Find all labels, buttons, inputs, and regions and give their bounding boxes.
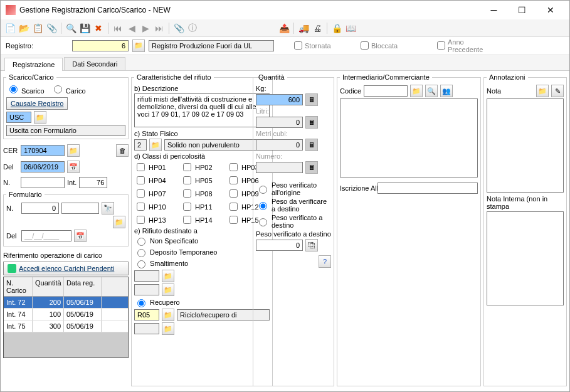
maximize-button[interactable]: ☐: [508, 1, 536, 19]
cer-input[interactable]: [21, 145, 65, 156]
print-icon[interactable]: 🖨: [312, 23, 323, 34]
recupero-radio[interactable]: Recupero: [134, 297, 270, 307]
hp10-check[interactable]: HP10: [134, 201, 177, 213]
formulario-del-input[interactable]: [21, 230, 71, 241]
next-icon[interactable]: ▶: [140, 23, 151, 34]
lock-icon[interactable]: 🔒: [331, 23, 342, 34]
search-icon[interactable]: 🔍: [65, 23, 77, 34]
formulario-n-input[interactable]: [21, 203, 59, 214]
peso-verificato-destino-radio[interactable]: Peso verificato a destino: [256, 214, 331, 229]
stato-lookup-icon[interactable]: 📁: [149, 139, 162, 151]
waste-icon[interactable]: 🗑: [116, 144, 129, 157]
causale-lookup-icon[interactable]: 📁: [34, 111, 46, 124]
smaltimento-radio[interactable]: Smaltimento: [134, 258, 270, 268]
non-specificato-radio[interactable]: Non Specificato: [134, 236, 270, 246]
first-icon[interactable]: ⏮: [112, 23, 124, 34]
recupero-code-input[interactable]: [134, 309, 159, 320]
hp04-check[interactable]: HP04: [134, 174, 177, 186]
hp05-check[interactable]: HP05: [181, 174, 223, 186]
hp08-check[interactable]: HP08: [181, 188, 223, 199]
n-input[interactable]: [21, 177, 65, 188]
causale-registro-button[interactable]: Causale Registro: [6, 97, 68, 110]
hp11-check[interactable]: HP11: [181, 201, 223, 213]
smaltimento-lookup2-icon[interactable]: 📁: [162, 283, 174, 296]
hp13-check[interactable]: HP13: [134, 214, 177, 226]
hp07-check[interactable]: HP07: [134, 188, 177, 199]
table-row[interactable]: Int. 75 300 05/06/19: [4, 320, 128, 332]
copy-icon[interactable]: 📋: [32, 23, 43, 34]
grid-header-quantita: Quantità: [33, 277, 64, 296]
export-icon[interactable]: 📤: [278, 23, 290, 34]
save-icon[interactable]: 💾: [79, 23, 90, 34]
prev-icon[interactable]: ◀: [126, 23, 137, 34]
intermediario-textarea[interactable]: [340, 98, 478, 177]
del-input[interactable]: [21, 161, 65, 172]
binocular-icon[interactable]: 🔭: [102, 202, 114, 215]
nota-interna-textarea[interactable]: [487, 211, 564, 305]
causale-code-input[interactable]: [6, 112, 31, 123]
recupero-lookup2-icon[interactable]: 📁: [162, 322, 174, 335]
mc-calc-icon[interactable]: 🖩: [305, 139, 318, 151]
formulario-n2-input[interactable]: [61, 203, 99, 214]
accedi-carichi-button[interactable]: Accedi elenco Carichi Pendenti: [3, 262, 129, 275]
table-row[interactable]: Int. 72 200 05/06/19: [4, 297, 128, 309]
caratteristiche-fieldset: Caratteristiche del rifiuto b) Descrizio…: [131, 73, 273, 386]
delete-icon[interactable]: ✖: [93, 23, 104, 34]
registro-numero-input[interactable]: [72, 40, 129, 51]
book-icon[interactable]: 📖: [345, 23, 356, 34]
bloccata-check[interactable]: Bloccata: [361, 41, 423, 50]
close-button[interactable]: ✕: [536, 1, 564, 19]
deposito-radio[interactable]: Deposito Temporaneo: [134, 247, 270, 257]
new-icon[interactable]: 📄: [4, 23, 16, 34]
codice-input[interactable]: [364, 85, 408, 97]
hp-grid: HP01 HP02 HP03 HP04 HP05 HP06 HP07 HP08 …: [134, 161, 270, 226]
tab-registrazione[interactable]: Registrazione: [4, 58, 63, 71]
descrizione-textarea[interactable]: rifiuti misti dell'attività di costruzio…: [134, 93, 270, 127]
attach-icon[interactable]: 📎: [173, 23, 184, 34]
table-row[interactable]: Int. 74 100 05/06/19: [4, 309, 128, 320]
tab-dati-secondari[interactable]: Dati Secondari: [64, 57, 125, 70]
codice-lookup-icon[interactable]: 📁: [410, 85, 423, 97]
iscrizione-input[interactable]: [377, 183, 478, 194]
nota-edit-icon[interactable]: ✎: [551, 85, 564, 97]
peso-verificato-input[interactable]: [256, 240, 303, 251]
cer-lookup-icon[interactable]: 📁: [67, 144, 80, 157]
int-label: Int.: [67, 179, 77, 186]
kg-input[interactable]: [256, 94, 303, 105]
titlebar: Gestione Registrazioni Carico/Scarico - …: [1, 1, 569, 19]
carico-radio[interactable]: Carico: [51, 83, 86, 95]
minimize-button[interactable]: ─: [480, 1, 508, 19]
last-icon[interactable]: ⏭: [154, 23, 165, 34]
hp02-check[interactable]: HP02: [181, 161, 223, 173]
smaltimento-lookup-icon[interactable]: 📁: [162, 270, 174, 282]
registro-lookup-icon[interactable]: 📁: [132, 40, 145, 52]
help-icon[interactable]: ?: [319, 255, 331, 268]
truck-icon[interactable]: 🚚: [298, 23, 309, 34]
hp14-check[interactable]: HP14: [181, 214, 223, 226]
codice-search-icon[interactable]: 🔍: [425, 85, 438, 97]
paste-icon[interactable]: 📎: [46, 23, 57, 34]
peso-origine-radio[interactable]: Peso verificato all'origine: [256, 181, 331, 196]
carichi-grid[interactable]: N. Carico Quantità Data reg. Int. 72 200…: [3, 277, 129, 358]
info-icon[interactable]: ⓘ: [187, 23, 198, 34]
numero-calc-icon[interactable]: 🖩: [305, 161, 318, 174]
codice-users-icon[interactable]: 👥: [440, 85, 453, 97]
stornata-check[interactable]: Stornata: [294, 41, 357, 50]
peso-da-verificare-radio[interactable]: Peso da verificare a destino: [256, 198, 331, 213]
nota-folder-icon[interactable]: 📁: [536, 85, 549, 97]
formulario-calendar-icon[interactable]: 📅: [74, 230, 87, 242]
scarico-radio[interactable]: Scarico: [6, 83, 45, 95]
litri-calc-icon[interactable]: 🖩: [305, 116, 318, 129]
kg-label: Kg:: [256, 85, 331, 92]
open-icon[interactable]: 📂: [18, 23, 29, 34]
hp01-check[interactable]: HP01: [134, 161, 177, 173]
copy-value-icon[interactable]: ⿻: [305, 239, 318, 252]
calendar-icon[interactable]: 📅: [67, 161, 80, 173]
nota-textarea[interactable]: [487, 98, 564, 193]
recupero-lookup-icon[interactable]: 📁: [162, 309, 174, 321]
formulario-folder-icon[interactable]: 📁: [113, 216, 125, 228]
anno-precedente-check[interactable]: Anno Precedente: [437, 38, 500, 53]
kg-calc-icon[interactable]: 🖩: [305, 93, 318, 106]
int-input[interactable]: [79, 177, 107, 188]
numero-input: [256, 162, 303, 173]
